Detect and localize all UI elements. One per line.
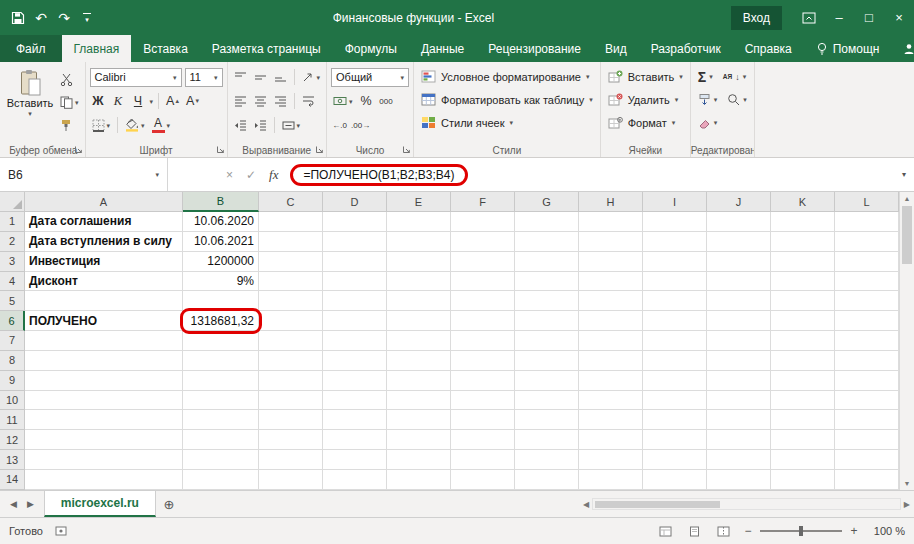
cell-j9[interactable] xyxy=(707,371,771,391)
increase-font-size-button[interactable]: А▴ xyxy=(164,91,181,111)
cell-j4[interactable] xyxy=(707,272,771,292)
column-header-f[interactable]: F xyxy=(451,192,515,212)
cell-k6[interactable] xyxy=(771,311,835,331)
scroll-up-icon[interactable]: ▲ xyxy=(904,195,911,202)
cell-c1[interactable] xyxy=(259,212,323,232)
row-header-11[interactable]: 11 xyxy=(0,410,25,430)
cell-c4[interactable] xyxy=(259,272,323,292)
cell-g2[interactable] xyxy=(515,232,579,252)
close-button[interactable]: × xyxy=(884,0,914,35)
cell-i6[interactable] xyxy=(643,311,707,331)
cell-c5[interactable] xyxy=(259,291,323,311)
horizontal-scroll-thumb[interactable] xyxy=(595,501,720,508)
cell-d11[interactable] xyxy=(323,410,387,430)
cell-f1[interactable] xyxy=(451,212,515,232)
cell-h14[interactable] xyxy=(579,470,643,490)
cell-b11[interactable] xyxy=(183,410,259,430)
font-dialog-launcher-icon[interactable] xyxy=(216,145,225,154)
cell-g3[interactable] xyxy=(515,252,579,272)
cell-e1[interactable] xyxy=(387,212,451,232)
cell-a13[interactable] xyxy=(25,450,183,470)
cell-l6[interactable] xyxy=(835,311,899,331)
cell-i9[interactable] xyxy=(643,371,707,391)
font-color-button[interactable]: А▾ xyxy=(150,115,173,135)
align-center-button[interactable] xyxy=(252,91,269,111)
cell-a2[interactable]: Дата вступления в силу xyxy=(25,232,183,252)
align-bottom-button[interactable] xyxy=(272,67,289,87)
comma-style-button[interactable]: 000 xyxy=(378,91,395,111)
row-header-3[interactable]: 3 xyxy=(0,252,25,272)
row-header-1[interactable]: 1 xyxy=(0,212,25,232)
autosum-button[interactable]: Σ▾ xyxy=(698,70,713,84)
column-header-b[interactable]: B xyxy=(183,192,259,212)
row-header-5[interactable]: 5 xyxy=(0,291,25,311)
cell-h3[interactable] xyxy=(579,252,643,272)
cell-a4[interactable]: Дисконт xyxy=(25,272,183,292)
cell-e13[interactable] xyxy=(387,450,451,470)
cell-b1[interactable]: 10.06.2020 xyxy=(183,212,259,232)
cell-g8[interactable] xyxy=(515,351,579,371)
cell-e3[interactable] xyxy=(387,252,451,272)
save-button[interactable] xyxy=(9,7,27,29)
cell-l11[interactable] xyxy=(835,410,899,430)
view-page-break-button[interactable] xyxy=(713,521,733,541)
cell-l13[interactable] xyxy=(835,450,899,470)
tab-page-layout[interactable]: Разметка страницы xyxy=(200,35,333,62)
cell-g6[interactable] xyxy=(515,311,579,331)
cell-i8[interactable] xyxy=(643,351,707,371)
cell-l4[interactable] xyxy=(835,272,899,292)
tab-help[interactable]: Справка xyxy=(733,35,804,62)
cell-i1[interactable] xyxy=(643,212,707,232)
cell-j12[interactable] xyxy=(707,430,771,450)
tab-insert[interactable]: Вставка xyxy=(131,35,200,62)
decrease-decimal-button[interactable]: .00→ xyxy=(351,115,370,135)
cell-k8[interactable] xyxy=(771,351,835,371)
cell-l5[interactable] xyxy=(835,291,899,311)
zoom-in-button[interactable]: + xyxy=(848,524,860,538)
paste-button[interactable]: Вставить ▾ xyxy=(6,66,54,138)
cell-k12[interactable] xyxy=(771,430,835,450)
cell-b4[interactable]: 9% xyxy=(183,272,259,292)
tell-me-assistant[interactable]: Помощн xyxy=(804,35,892,62)
cell-j3[interactable] xyxy=(707,252,771,272)
cell-k11[interactable] xyxy=(771,410,835,430)
row-header-12[interactable]: 12 xyxy=(0,430,25,450)
cell-c14[interactable] xyxy=(259,470,323,490)
column-header-j[interactable]: J xyxy=(707,192,771,212)
maximize-button[interactable]: □ xyxy=(854,0,884,35)
cell-a1[interactable]: Дата соглашения xyxy=(25,212,183,232)
new-sheet-button[interactable]: ⊕ xyxy=(156,491,182,517)
cell-b13[interactable] xyxy=(183,450,259,470)
sort-filter-button[interactable]: АЯ↓▾ xyxy=(723,72,746,82)
cell-i12[interactable] xyxy=(643,430,707,450)
cell-c3[interactable] xyxy=(259,252,323,272)
cell-k3[interactable] xyxy=(771,252,835,272)
cell-k7[interactable] xyxy=(771,331,835,351)
cell-g9[interactable] xyxy=(515,371,579,391)
merge-center-button[interactable]: ▾ xyxy=(280,115,303,135)
cell-c2[interactable] xyxy=(259,232,323,252)
vertical-scroll-track[interactable] xyxy=(900,202,914,480)
zoom-slider[interactable] xyxy=(760,530,842,532)
vertical-scroll-thumb[interactable] xyxy=(902,206,912,264)
cell-k14[interactable] xyxy=(771,470,835,490)
cell-h4[interactable] xyxy=(579,272,643,292)
name-box[interactable]: B6 ▾ xyxy=(0,158,168,191)
decrease-indent-button[interactable] xyxy=(232,115,249,135)
cell-f3[interactable] xyxy=(451,252,515,272)
column-header-e[interactable]: E xyxy=(387,192,451,212)
cell-k9[interactable] xyxy=(771,371,835,391)
share-button[interactable]: Поделиться xyxy=(891,35,914,62)
cell-i5[interactable] xyxy=(643,291,707,311)
cell-d6[interactable] xyxy=(323,311,387,331)
cell-e9[interactable] xyxy=(387,371,451,391)
cell-j14[interactable] xyxy=(707,470,771,490)
cell-h12[interactable] xyxy=(579,430,643,450)
cell-i14[interactable] xyxy=(643,470,707,490)
cell-h13[interactable] xyxy=(579,450,643,470)
conditional-formatting-button[interactable]: Условное форматирование ▾ xyxy=(418,66,596,87)
cell-f4[interactable] xyxy=(451,272,515,292)
cell-c7[interactable] xyxy=(259,331,323,351)
cell-j7[interactable] xyxy=(707,331,771,351)
cell-k1[interactable] xyxy=(771,212,835,232)
